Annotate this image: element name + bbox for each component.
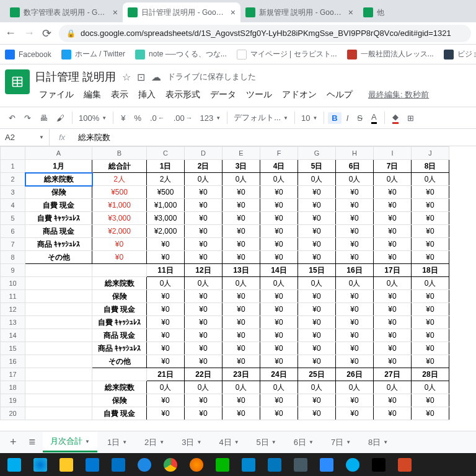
cell[interactable]: 21日: [147, 368, 185, 381]
cell[interactable]: 11日: [147, 264, 185, 277]
name-box[interactable]: A2▼: [0, 129, 50, 146]
zoom-select[interactable]: 100%▼: [76, 112, 109, 124]
cell[interactable]: ¥500: [147, 186, 185, 199]
cell[interactable]: ¥0: [374, 251, 412, 264]
browser-tab[interactable]: 新規管理 説明用 - Google スプレ×: [240, 2, 358, 22]
cell[interactable]: 0人: [336, 381, 374, 394]
cell[interactable]: 保険: [92, 290, 147, 303]
cell[interactable]: 0人: [298, 277, 336, 290]
cell[interactable]: ¥3,000: [147, 212, 185, 225]
star-icon[interactable]: ☆: [122, 71, 131, 83]
cell[interactable]: ¥0: [336, 251, 374, 264]
cell[interactable]: ¥0: [336, 329, 374, 342]
cell[interactable]: ¥0: [298, 316, 336, 329]
cell[interactable]: ¥0: [260, 199, 298, 212]
row-header[interactable]: 12: [1, 303, 25, 316]
undo-icon[interactable]: ↶: [5, 111, 19, 125]
cell[interactable]: ¥0: [185, 316, 223, 329]
browser-tab[interactable]: 数字管理表 説明用 - Google スプ×: [5, 2, 123, 22]
cell[interactable]: ¥0: [298, 329, 336, 342]
url-input[interactable]: 🔒docs.google.com/spreadsheets/d/1S_Agovs…: [59, 25, 471, 42]
cell[interactable]: ¥0: [147, 316, 185, 329]
cell[interactable]: 自費 現金: [25, 199, 92, 212]
menu-data[interactable]: データ: [206, 87, 240, 103]
cell[interactable]: その他: [25, 251, 92, 264]
menu-insert[interactable]: 挿入: [134, 87, 160, 103]
cell[interactable]: ¥0: [298, 407, 336, 420]
row-header[interactable]: 5: [1, 212, 25, 225]
cell[interactable]: ¥0: [374, 342, 412, 355]
cell[interactable]: ¥0: [260, 251, 298, 264]
borders-button[interactable]: ⊞: [403, 111, 418, 125]
column-header[interactable]: J: [412, 147, 449, 160]
cell[interactable]: ¥0: [92, 251, 147, 264]
bookmark-vision[interactable]: ビジョントレー...: [444, 49, 476, 60]
cell[interactable]: ¥0: [298, 290, 336, 303]
cell[interactable]: ¥0: [147, 251, 185, 264]
cell[interactable]: ¥0: [147, 290, 185, 303]
currency-icon[interactable]: ¥: [117, 111, 129, 125]
cell[interactable]: 23日: [223, 368, 260, 381]
cell[interactable]: ¥0: [412, 290, 449, 303]
cell[interactable]: ¥0: [374, 355, 412, 368]
cell[interactable]: 4日: [260, 160, 298, 173]
last-edit-link[interactable]: 最終編集: 数秒前: [368, 89, 429, 100]
cell[interactable]: ¥0: [374, 394, 412, 407]
cell[interactable]: 3日: [223, 160, 260, 173]
decimal-decrease-icon[interactable]: .0←: [146, 111, 169, 125]
cell[interactable]: 保険: [25, 186, 92, 199]
bookmark-twitter[interactable]: ホーム / Twitter: [61, 49, 125, 60]
cell[interactable]: ¥0: [223, 407, 260, 420]
bookmark-facebook[interactable]: Facebook: [5, 50, 51, 60]
task-edge[interactable]: [29, 456, 52, 474]
bold-button[interactable]: B: [328, 112, 341, 124]
cell[interactable]: ¥0: [374, 407, 412, 420]
cell[interactable]: ¥0: [412, 212, 449, 225]
all-sheets-button[interactable]: ≡: [24, 433, 41, 451]
row-header[interactable]: 17: [1, 368, 25, 381]
menu-edit[interactable]: 編集: [79, 87, 105, 103]
cell[interactable]: ¥0: [223, 329, 260, 342]
cell[interactable]: 1月: [25, 160, 92, 173]
formula-input[interactable]: 総来院数: [74, 132, 476, 143]
cell[interactable]: ¥0: [223, 355, 260, 368]
cell[interactable]: 28日: [412, 368, 449, 381]
cell[interactable]: ¥0: [412, 225, 449, 238]
strikethrough-button[interactable]: S: [353, 111, 366, 125]
task-chrome[interactable]: [159, 456, 182, 474]
cell[interactable]: ¥0: [147, 303, 185, 316]
cell[interactable]: [25, 264, 92, 277]
cell[interactable]: 0人: [185, 173, 223, 186]
cell[interactable]: ¥0: [223, 394, 260, 407]
cell[interactable]: 22日: [185, 368, 223, 381]
row-header[interactable]: 9: [1, 264, 25, 277]
sheet-tab[interactable]: 2日 ▼: [137, 433, 172, 452]
font-select[interactable]: デフォルト...▼: [231, 111, 291, 125]
row-header[interactable]: 1: [1, 160, 25, 173]
cell[interactable]: 6日: [336, 160, 374, 173]
sheets-logo[interactable]: [5, 69, 30, 94]
cell[interactable]: 自費 現金: [92, 303, 147, 316]
sheet-tab[interactable]: 3日 ▼: [174, 433, 209, 452]
cell[interactable]: ¥0: [336, 407, 374, 420]
cell[interactable]: 0人: [260, 381, 298, 394]
cell[interactable]: 0人: [374, 381, 412, 394]
cell[interactable]: ¥0: [260, 407, 298, 420]
row-header[interactable]: 8: [1, 251, 25, 264]
cell[interactable]: ¥2,000: [92, 225, 147, 238]
corner-cell[interactable]: [1, 147, 25, 160]
reload-icon[interactable]: ⟳: [42, 27, 51, 40]
cell[interactable]: ¥0: [185, 186, 223, 199]
cell[interactable]: [92, 264, 147, 277]
row-header[interactable]: 2: [1, 173, 25, 186]
menu-file[interactable]: ファイル: [35, 87, 78, 103]
cell[interactable]: 自費 ｷｬｯｼｭﾚｽ: [25, 212, 92, 225]
cell[interactable]: ¥0: [412, 407, 449, 420]
cell[interactable]: [92, 368, 147, 381]
cell[interactable]: 自費 ｷｬｯｼｭﾚｽ: [92, 316, 147, 329]
decimal-increase-icon[interactable]: .00→: [170, 111, 196, 125]
cell[interactable]: ¥0: [147, 407, 185, 420]
cell[interactable]: ¥0: [412, 355, 449, 368]
column-header[interactable]: D: [185, 147, 223, 160]
sheet-tab[interactable]: 7日 ▼: [324, 433, 358, 452]
